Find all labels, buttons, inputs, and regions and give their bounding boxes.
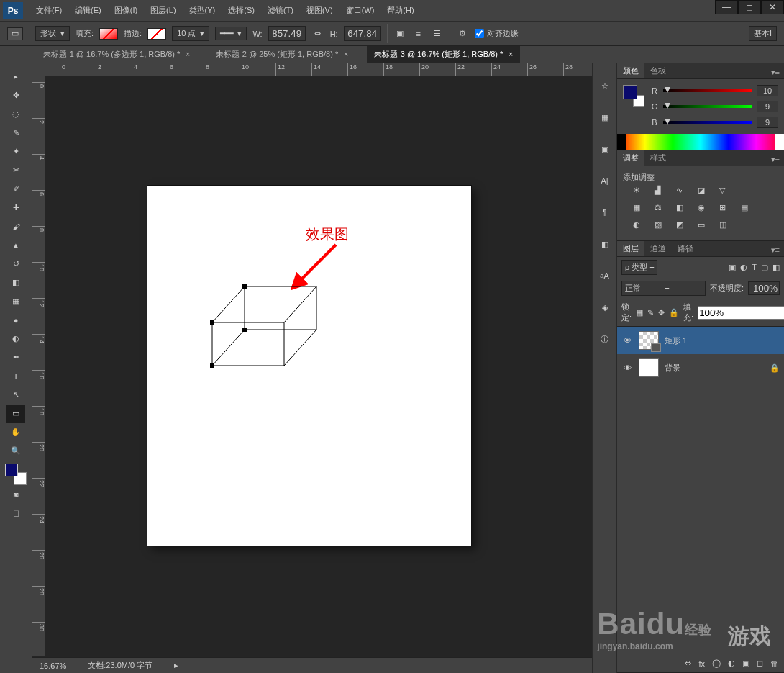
quickmask-tool[interactable]: ◙ xyxy=(6,485,25,503)
paragraph-icon[interactable]: ¶ xyxy=(597,204,613,220)
tool-preset-icon[interactable]: ▭ xyxy=(7,27,23,40)
path-select-tool[interactable]: ↖ xyxy=(6,386,25,404)
character-icon[interactable]: A| xyxy=(597,173,613,189)
hand-tool[interactable]: ✋ xyxy=(6,423,25,441)
new-layer-icon[interactable]: ◻ xyxy=(757,659,763,668)
lasso-tool[interactable]: ✎ xyxy=(6,124,25,142)
cube-shape[interactable] xyxy=(205,279,327,380)
path-align-icon[interactable]: ≡ xyxy=(412,27,425,40)
menu-y[interactable]: 类型(Y) xyxy=(183,2,222,19)
workspace-button[interactable]: 基本I xyxy=(749,26,777,41)
menu-t[interactable]: 滤镜(T) xyxy=(262,2,299,19)
invert-icon[interactable]: ◐ xyxy=(633,220,647,232)
link-layers-icon[interactable]: ⇔ xyxy=(685,659,691,668)
fx-icon[interactable]: fx xyxy=(698,659,705,668)
lock-all-icon[interactable]: 🔒 xyxy=(669,308,679,317)
path-arrange-icon[interactable]: ☰ xyxy=(431,27,444,40)
close-button[interactable]: ✕ xyxy=(761,0,784,14)
posterize-icon[interactable]: ▨ xyxy=(655,220,669,232)
minimize-button[interactable]: — xyxy=(715,0,738,14)
filter-smart-icon[interactable]: ◧ xyxy=(772,263,780,272)
hue-icon[interactable]: ▦ xyxy=(633,203,647,214)
tab-paths[interactable]: 路径 xyxy=(672,241,699,256)
blur-tool[interactable]: ● xyxy=(6,311,25,329)
filter-shape-icon[interactable]: ▢ xyxy=(761,263,768,272)
r-value[interactable]: 10 xyxy=(757,85,778,96)
selective-icon[interactable]: ◫ xyxy=(719,220,734,232)
panel-menu-icon[interactable]: ▾≡ xyxy=(767,153,784,166)
brightness-icon[interactable]: ☀ xyxy=(633,186,647,197)
healing-tool[interactable]: ✚ xyxy=(6,199,25,217)
menu-f[interactable]: 文件(F) xyxy=(30,2,68,19)
b-slider[interactable] xyxy=(663,119,752,126)
path-combine-icon[interactable]: ▣ xyxy=(393,27,406,40)
vibrance-icon[interactable]: ▽ xyxy=(719,186,734,197)
history-brush-tool[interactable]: ↺ xyxy=(6,255,25,273)
balance-icon[interactable]: ⚖ xyxy=(655,203,669,214)
menu-w[interactable]: 窗口(W) xyxy=(340,2,380,19)
r-slider[interactable] xyxy=(663,87,752,94)
width-input[interactable] xyxy=(268,26,306,41)
layer-row[interactable]: 👁矩形 1 xyxy=(617,327,784,354)
spectrum-bar[interactable] xyxy=(617,134,784,150)
tab-adjustments[interactable]: 调整 xyxy=(617,150,644,166)
panel-menu-icon[interactable]: ▾≡ xyxy=(767,244,784,256)
crop-tool[interactable]: ✂ xyxy=(6,161,25,179)
align-edges-checkbox[interactable]: 对齐边缘 xyxy=(475,28,519,39)
document-tab[interactable]: 未标题-2 @ 25% (矩形 1, RGB/8) *× xyxy=(209,46,355,63)
move-tool[interactable]: ✥ xyxy=(6,86,25,104)
char-style-icon[interactable]: aA xyxy=(597,268,613,284)
marquee-tool[interactable]: ◌ xyxy=(6,105,25,123)
height-input[interactable] xyxy=(344,26,381,41)
gear-icon[interactable]: ⚙ xyxy=(456,27,469,40)
gradient-tool[interactable]: ▦ xyxy=(6,292,25,310)
tab-color[interactable]: 颜色 xyxy=(617,63,644,78)
properties-icon[interactable]: ▣ xyxy=(597,141,613,157)
maximize-button[interactable]: ◻ xyxy=(738,0,761,14)
lock-move-icon[interactable]: ✥ xyxy=(658,308,665,317)
pen-tool[interactable]: ✒ xyxy=(6,348,25,366)
menu-e[interactable]: 编辑(E) xyxy=(69,2,107,19)
zoom-tool[interactable]: 🔍 xyxy=(6,442,25,460)
lock-trans-icon[interactable]: ▦ xyxy=(636,308,643,317)
bw-icon[interactable]: ◧ xyxy=(676,203,690,214)
fill-input[interactable] xyxy=(698,306,784,320)
g-value[interactable]: 9 xyxy=(757,101,778,112)
shape-mode-select[interactable]: 形状▾ xyxy=(35,26,70,41)
layer-thumb[interactable] xyxy=(639,331,659,350)
panel-menu-icon[interactable]: ▾≡ xyxy=(767,66,784,78)
document-tab[interactable]: 未标题-1 @ 16.7% (多边形 1, RGB/8) *× xyxy=(36,46,197,63)
stroke-swatch[interactable] xyxy=(147,28,166,40)
menu-h[interactable]: 帮助(H) xyxy=(381,2,419,19)
screenmode-tool[interactable]: ⎕ xyxy=(6,504,25,522)
link-icon[interactable]: ⇔ xyxy=(311,27,324,40)
history-icon[interactable]: ☆ xyxy=(597,78,613,94)
layer-filter-select[interactable]: ρ 类型 ÷ xyxy=(621,260,657,275)
filter-pixel-icon[interactable]: ▣ xyxy=(729,263,736,272)
status-arrow-icon[interactable]: ▸ xyxy=(174,661,178,670)
levels-icon[interactable]: ▟ xyxy=(655,186,669,197)
menu-i[interactable]: 图像(I) xyxy=(109,2,143,19)
lookup-icon[interactable]: ▤ xyxy=(741,203,755,214)
tab-swatches[interactable]: 色板 xyxy=(644,63,672,78)
text-tool[interactable]: T xyxy=(6,367,25,385)
filter-text-icon[interactable]: T xyxy=(752,263,757,272)
menu-v[interactable]: 视图(V) xyxy=(301,2,339,19)
navigator-icon[interactable]: ◈ xyxy=(597,299,613,315)
lock-brush-icon[interactable]: ✎ xyxy=(647,308,654,317)
visibility-icon[interactable]: 👁 xyxy=(621,336,633,345)
eraser-tool[interactable]: ◧ xyxy=(6,274,25,292)
mask-icon[interactable]: ◯ xyxy=(712,659,721,668)
zoom-level[interactable]: 16.67% xyxy=(40,661,66,670)
tab-close-icon[interactable]: × xyxy=(186,50,190,58)
tab-styles[interactable]: 样式 xyxy=(644,150,672,166)
tab-layers[interactable]: 图层 xyxy=(617,241,644,256)
filter-adjust-icon[interactable]: ◐ xyxy=(740,263,747,272)
layer-thumb[interactable] xyxy=(639,358,659,377)
tab-close-icon[interactable]: × xyxy=(509,50,513,58)
menu-s[interactable]: 选择(S) xyxy=(222,2,260,19)
group-icon[interactable]: ▣ xyxy=(742,659,749,668)
menu-l[interactable]: 图层(L) xyxy=(145,2,181,19)
delete-icon[interactable]: 🗑 xyxy=(770,659,778,668)
g-slider[interactable] xyxy=(663,103,752,110)
